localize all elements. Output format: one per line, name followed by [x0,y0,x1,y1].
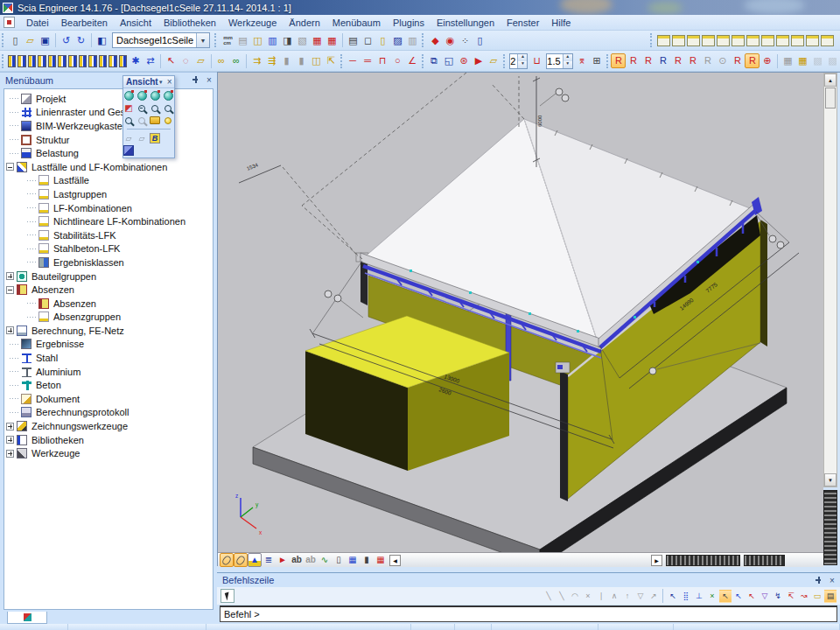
snap-up-icon[interactable]: ↑ [621,590,634,603]
view-yz-icon[interactable] [150,90,161,102]
paperspace-gallery-icon[interactable]: ◫ [250,33,265,48]
snap-endpoint-icon[interactable]: ↖ [719,590,732,603]
green-cross-icon[interactable]: × [706,590,718,603]
snap-orthogonal-icon[interactable]: ▽ [759,590,771,603]
mirror-icon[interactable]: ◫ [309,53,324,68]
tree-item-stahlbeton-lfk[interactable]: Stahlbeton-LFK [4,242,213,256]
draw-angle-icon[interactable]: ∠ [405,53,420,68]
perspective-cube-icon[interactable] [123,144,135,156]
undo-view-icon[interactable]: ▱ [123,132,135,144]
snap-segment-icon[interactable]: ∣ [595,590,607,603]
zoom-out-icon[interactable] [150,102,161,114]
snap-vertex-icon[interactable]: ∧ [608,590,620,603]
point-grid-icon[interactable]: ⁘ [458,33,472,48]
tracking-icon[interactable]: ▤ [824,590,836,603]
snap-intersection-icon[interactable]: ↖ [746,590,758,603]
render-mode-icon[interactable]: ◩ [123,102,135,114]
window-layout-icon-2[interactable] [672,35,685,46]
units-mm-cm-icon[interactable]: mmcm [220,33,235,48]
view-axo-icon[interactable] [163,90,174,102]
window-layout-icon-8[interactable] [761,35,774,46]
layout-manager-icon[interactable]: ▥ [405,33,420,48]
image-export-icon[interactable]: ▨ [390,33,405,48]
tree-item-stahl[interactable]: Stahl [4,351,213,365]
close-icon[interactable]: × [828,576,836,585]
snap-length-icon[interactable]: ▭ [811,590,823,603]
render-gray-2-icon[interactable]: ▩ [825,53,840,68]
text-box-icon[interactable]: ▯ [472,33,487,48]
command-panel-header[interactable]: Befehlszeile × [217,573,840,587]
window-layout-icon-9[interactable] [776,35,789,46]
profile-plate-icon[interactable] [28,55,37,67]
toolbar-grip[interactable] [650,33,654,47]
profile-haunch-icon[interactable] [79,55,88,67]
render-color-icon[interactable]: ▦ [795,53,810,68]
window-layout-icon-11[interactable] [806,35,819,46]
open-icon[interactable]: ▱ [23,33,38,48]
label-abc-2-icon[interactable]: ab [304,553,318,567]
tree-item-dokument[interactable]: Dokument [4,392,213,406]
pin-icon[interactable] [815,577,822,584]
print-preview-icon[interactable]: ◻ [360,33,375,48]
profile-slab-icon[interactable] [58,55,66,67]
display-loads-icon[interactable]: R [611,53,626,68]
tree-item-werkzeuge[interactable]: Werkzeuge [4,446,213,460]
xml-document-icon[interactable]: ▥ [265,33,280,48]
copy-icon[interactable]: ⇉ [249,53,264,68]
snap-midpoint-icon[interactable]: ↖ [732,590,745,603]
snap-extend-icon[interactable]: ↗ [648,590,660,603]
tree-item-ergebnisse[interactable]: Ergebnisse [4,338,213,352]
font-size-spinner[interactable]: 1.5 ▲▼ [546,53,572,69]
display-rendering-icon[interactable]: R [745,53,760,68]
menu-ansicht[interactable]: Ansicht [114,16,158,30]
toolbar-grip[interactable] [503,54,507,68]
snap-triangle-icon[interactable]: ▽ [634,590,647,603]
profile-member-icon[interactable] [88,55,97,67]
export-folder-icon[interactable]: ▱ [486,53,501,68]
display-labels-icon[interactable]: R [640,53,655,68]
tree-panel-tab[interactable] [7,612,47,624]
tree-item-zeichnungswerkzeuge[interactable]: Zeichnungswerkzeuge [4,419,213,433]
tree-item-nichtlineare-lf[interactable]: Nichtlineare LF-Kombinationen [4,214,213,228]
toolbar-grip[interactable] [422,33,426,47]
display-members-icon[interactable]: R [670,53,685,68]
toolbar-grip[interactable] [340,54,344,68]
profile-rib-icon[interactable] [68,55,77,67]
snap-tangent-icon[interactable]: ↯ [772,590,784,603]
undo-icon[interactable]: ↺ [59,33,74,48]
expand-expander[interactable] [6,450,14,458]
render-window-icon[interactable]: ▦ [780,53,795,68]
window-layout-icon-1[interactable] [657,35,670,46]
display-nodes-icon[interactable]: R [655,53,670,68]
display-sections-icon[interactable]: R [685,53,700,68]
window-layout-icon-7[interactable] [746,35,760,46]
profile-opening-icon[interactable] [48,55,57,67]
expand-expander[interactable] [6,272,14,280]
tree-item-absenzen-gruppe[interactable]: Absenzen [4,283,213,297]
expand-expander[interactable] [6,423,14,430]
merge-icon[interactable]: ◱ [442,53,457,68]
draw-polyline-icon[interactable]: ⊓ [375,53,390,68]
tree-panel-header[interactable]: Menübaum × [0,73,217,88]
snap-line-icon[interactable]: ╲ [542,590,555,603]
display-local-axes-icon[interactable]: R [730,53,745,68]
rotate-wheel-vertical[interactable] [823,490,837,565]
stretch-icon[interactable]: ⇱ [324,53,339,68]
spinner-arrows[interactable]: ▲▼ [563,54,572,68]
window-layout-icon-5[interactable] [717,35,730,46]
view-xz-icon[interactable] [136,90,148,102]
draw-parallel-icon[interactable]: ═ [360,53,375,68]
menu-werkzeuge[interactable]: Werkzeuge [222,16,283,30]
menu-einstellungen[interactable]: Einstellungen [430,16,500,30]
spinner-arrows[interactable]: ▲▼ [517,54,527,68]
multicopy-icon[interactable]: ⇶ [264,53,279,68]
profile-wall-icon[interactable] [38,55,46,67]
gallery-icon[interactable]: ▤ [235,33,250,48]
bcf-activity-icon[interactable]: ◆ [428,33,443,48]
collapse-left-icon[interactable]: ◀ [389,555,401,566]
activity-clip-2-icon[interactable] [234,553,248,567]
toolbar-grip[interactable] [422,54,425,68]
rotate-wheel-horizontal-1[interactable] [666,555,740,566]
load-display-icon[interactable]: ≣ [262,553,276,567]
profile-column-icon[interactable] [8,55,17,67]
